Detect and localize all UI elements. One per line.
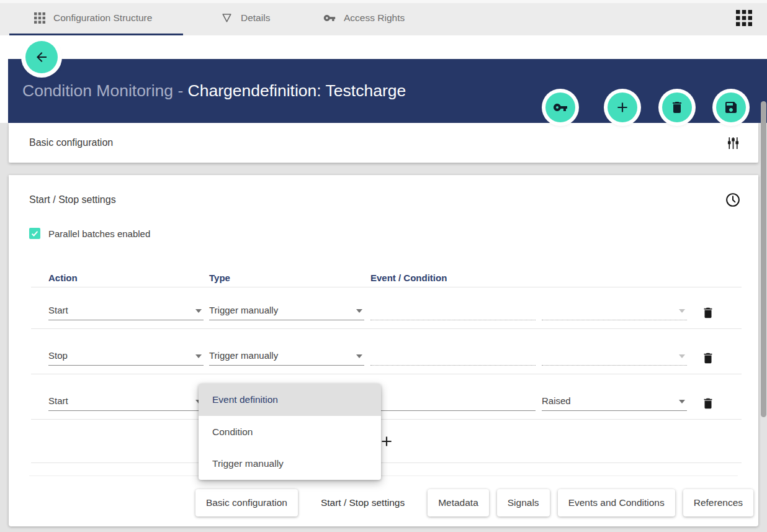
table-row: StartTrigger manually xyxy=(31,287,742,329)
table-row: StartRaised xyxy=(31,374,742,420)
save-button[interactable] xyxy=(716,92,746,122)
grid-icon xyxy=(34,12,45,24)
table-row: StopTrigger manually xyxy=(31,329,742,374)
delete-icon xyxy=(670,100,684,115)
action-select[interactable]: Start xyxy=(48,390,204,411)
type-select[interactable]: Trigger manually xyxy=(209,300,364,320)
qualifier-select-value: Raised xyxy=(542,395,571,406)
key-icon xyxy=(323,12,336,24)
key-icon xyxy=(553,100,568,115)
basic-configuration-label: Basic configuration xyxy=(29,137,725,148)
footer-nav-events-and-conditions[interactable]: Events and Conditions xyxy=(558,489,675,516)
dropdown-arrow-icon xyxy=(356,309,362,313)
page-title-main: Chargendefinition: Testcharge xyxy=(188,81,406,100)
column-header-action: Action xyxy=(48,273,78,283)
qualifier-select[interactable] xyxy=(542,345,687,366)
action-select[interactable]: Start xyxy=(48,300,204,320)
footer-nav-metadata[interactable]: Metadata xyxy=(428,489,489,516)
left-margin-strip xyxy=(0,59,8,123)
footer-nav-references[interactable]: References xyxy=(683,489,753,516)
back-button[interactable] xyxy=(25,41,58,73)
delete-button[interactable] xyxy=(662,92,692,122)
basic-configuration-bar[interactable]: Basic configuration xyxy=(9,123,758,163)
footer-nav-signals[interactable]: Signals xyxy=(497,489,550,516)
event-condition-field[interactable] xyxy=(370,345,536,366)
checkbox-checked[interactable] xyxy=(29,228,40,239)
access-key-button[interactable] xyxy=(545,92,575,122)
dropdown-arrow-icon xyxy=(679,400,685,404)
tab-details[interactable]: Details xyxy=(221,0,270,35)
delete-icon xyxy=(701,306,715,320)
checkmark-icon xyxy=(30,229,39,238)
add-row-container xyxy=(31,420,742,463)
delete-icon xyxy=(701,397,715,410)
menu-item-event-definition[interactable]: Event definition xyxy=(199,384,381,416)
page-header: Condition Monitoring - Chargendefinition… xyxy=(8,59,767,123)
dropdown-arrow-icon xyxy=(195,309,202,313)
qualifier-select[interactable] xyxy=(542,300,687,320)
delete-row-button[interactable] xyxy=(701,397,715,410)
tab-label: Access Rights xyxy=(344,12,405,24)
delete-icon xyxy=(701,351,715,365)
header-background-band xyxy=(0,35,767,60)
vertical-scrollbar-thumb[interactable] xyxy=(761,101,766,417)
add-icon xyxy=(614,99,630,115)
top-tab-bar: Configuration Structure Details Access R… xyxy=(0,0,767,35)
type-select-value: Trigger manually xyxy=(209,305,278,315)
tune-icon[interactable] xyxy=(725,135,741,151)
column-header-type: Type xyxy=(209,273,230,283)
parallel-batches-checkbox-row[interactable]: Parallel batches enabled xyxy=(29,228,150,239)
type-dropdown-menu: Event definitionConditionTrigger manuall… xyxy=(199,384,381,480)
action-select[interactable]: Stop xyxy=(48,345,204,366)
column-header-event-condition: Event / Condition xyxy=(370,273,447,283)
menu-item-trigger-manually[interactable]: Trigger manually xyxy=(199,448,381,480)
page-title-prefix: Condition Monitoring - xyxy=(22,81,188,100)
funnel-icon xyxy=(221,12,233,24)
back-arrow-icon xyxy=(34,50,49,65)
footer-nav-start-stop-settings[interactable]: Start / Stop settings xyxy=(306,489,419,516)
start-stop-settings-card: Start / Stop settings Parallel batches e… xyxy=(9,175,758,526)
footer-divider xyxy=(29,476,738,476)
tab-label: Configuration Structure xyxy=(53,12,152,24)
action-select-value: Start xyxy=(48,395,68,406)
event-condition-field[interactable] xyxy=(370,390,536,411)
tab-label: Details xyxy=(241,12,270,24)
delete-row-button[interactable] xyxy=(701,306,715,320)
dropdown-arrow-icon xyxy=(195,354,202,358)
type-select[interactable]: Trigger manually xyxy=(209,345,364,366)
menu-item-condition[interactable]: Condition xyxy=(199,416,381,448)
section-title: Start / Stop settings xyxy=(29,194,116,205)
delete-row-button[interactable] xyxy=(701,351,715,365)
dropdown-arrow-icon xyxy=(679,354,685,358)
save-icon xyxy=(724,100,738,115)
tab-access-rights[interactable]: Access Rights xyxy=(323,0,405,35)
add-button[interactable] xyxy=(608,92,637,122)
tab-configuration-structure[interactable]: Configuration Structure xyxy=(9,0,183,35)
dropdown-arrow-icon xyxy=(356,354,362,358)
apps-grid-icon[interactable] xyxy=(736,10,752,26)
history-icon[interactable] xyxy=(725,192,741,208)
event-condition-field[interactable] xyxy=(370,300,536,320)
type-select-value: Trigger manually xyxy=(209,350,278,361)
footer-section-nav: Basic configurationStart / Stop settings… xyxy=(195,489,753,517)
footer-nav-basic-configuration[interactable]: Basic configuration xyxy=(195,489,298,516)
page-title: Condition Monitoring - Chargendefinition… xyxy=(22,81,406,101)
qualifier-select[interactable]: Raised xyxy=(542,390,687,411)
dropdown-arrow-icon xyxy=(679,309,685,313)
action-select-value: Start xyxy=(48,305,68,315)
checkbox-label: Parallel batches enabled xyxy=(48,228,150,239)
action-select-value: Stop xyxy=(48,350,68,361)
